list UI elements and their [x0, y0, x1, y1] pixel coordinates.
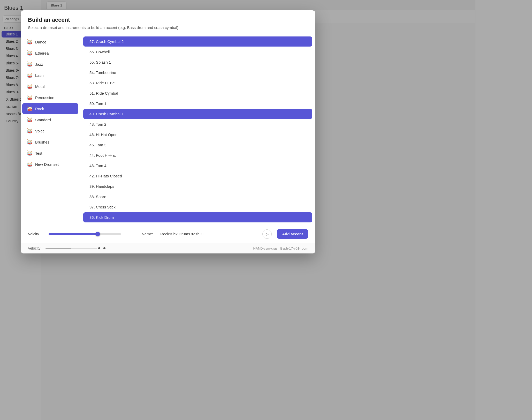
instrument-item-45[interactable]: 45. Tom 3 — [83, 140, 312, 150]
bottom-slider-node2 — [103, 247, 105, 249]
drumset-item-voice[interactable]: 🥁 Voice — [22, 125, 78, 136]
drumset-item-rock[interactable]: 🥁 Rock — [22, 103, 78, 114]
dialog-subtitle: Select a drumset and instruments to buil… — [28, 25, 308, 30]
instrument-item-57[interactable]: 57. Crash Cymbal 2 — [83, 36, 312, 47]
bottom-slider-node — [98, 247, 100, 249]
drumset-label: Latin — [35, 73, 44, 78]
drumset-list: 🥁 Dance 🥁 Ethereal 🥁 Jazz 🥁 Latin 🥁 — [21, 34, 80, 225]
drum-icon: 🥁 — [27, 50, 33, 56]
drumset-item-standard[interactable]: 🥁 Standard — [22, 114, 78, 125]
drumset-label: Jazz — [35, 62, 43, 66]
instrument-item-48[interactable]: 48. Tom 2 — [83, 119, 312, 129]
instrument-item-43[interactable]: 43. Tom 4 — [83, 161, 312, 171]
drumset-item-latin[interactable]: 🥁 Latin — [22, 70, 78, 81]
instrument-item-38[interactable]: 38. Snare — [83, 192, 312, 202]
drumset-label: Voice — [35, 129, 45, 133]
instrument-item-44[interactable]: 44. Foot Hi-Hat — [83, 150, 312, 160]
drumset-item-test[interactable]: 🥁 Test — [22, 148, 78, 159]
velocity-thumb — [95, 232, 100, 236]
drum-icon: 🥁 — [27, 84, 33, 89]
drumset-label: Brushes — [35, 140, 49, 144]
instrument-item-39[interactable]: 39. Handclaps — [83, 181, 312, 191]
drumset-label: Metal — [35, 84, 45, 89]
drumset-label: Test — [35, 151, 42, 155]
dialog-bottom-bar: Velocity HAND-cym-crash Bsph-17-v01-room — [21, 243, 315, 253]
drumset-label: Ethereal — [35, 51, 50, 55]
instrument-item-42[interactable]: 42. Hi-Hats Closed — [83, 171, 312, 181]
play-icon: ▷ — [266, 232, 269, 236]
velocity-slider[interactable] — [49, 233, 121, 235]
play-button[interactable]: ▷ — [262, 229, 272, 239]
drum-icon: 🥁 — [27, 95, 33, 100]
drum-icon: 🥁 — [27, 106, 33, 111]
drumset-item-new[interactable]: 🥁 New Drumset — [22, 159, 78, 170]
instrument-item-50[interactable]: 50. Tom 1 — [83, 99, 312, 109]
drumset-item-metal[interactable]: 🥁 Metal — [22, 81, 78, 92]
instrument-list: 57. Crash Cymbal 2 56. Cowbell 55. Splas… — [80, 34, 315, 225]
drum-icon: 🥁 — [27, 61, 33, 67]
bottom-velocity-label: Velocity — [28, 246, 40, 250]
drum-icon: 🥁 — [27, 128, 33, 134]
dialog-footer: Velcity Name: Rock:Kick Drum:Crash C ▷ A… — [21, 225, 315, 243]
modal-overlay: Build an accent Select a drumset and ins… — [0, 0, 532, 420]
drumset-item-brushes[interactable]: 🥁 Brushes — [22, 137, 78, 147]
instrument-item-49[interactable]: 49. Crash Cymbal 1 — [83, 109, 312, 119]
drum-icon: 🥁 — [27, 117, 33, 123]
drumset-item-percussion[interactable]: 🥁 Percussion — [22, 92, 78, 103]
drumset-label: Standard — [35, 118, 51, 122]
drumset-label: Dance — [35, 40, 46, 44]
velocity-label: Velcity — [28, 232, 43, 236]
drumset-item-ethereal[interactable]: 🥁 Ethereal — [22, 48, 78, 58]
instrument-item-36[interactable]: 36. Kick Drum — [83, 212, 312, 222]
drumset-item-jazz[interactable]: 🥁 Jazz — [22, 59, 78, 70]
bottom-filename: HAND-cym-crash Bsph-17-v01-room — [253, 246, 308, 250]
drum-icon: 🥁 — [27, 139, 33, 145]
dialog-header: Build an accent Select a drumset and ins… — [21, 10, 315, 34]
instrument-item-46[interactable]: 46. Hi-Hat Open — [83, 130, 312, 140]
drumset-label: Percussion — [35, 95, 54, 100]
dialog-title: Build an accent — [28, 17, 308, 23]
drum-icon: 🥁 — [27, 150, 33, 156]
dialog: Build an accent Select a drumset and ins… — [21, 10, 315, 253]
instrument-item-51[interactable]: 51. Ride Cymbal — [83, 88, 312, 98]
instrument-item-55[interactable]: 55. Splash 1 — [83, 57, 312, 67]
instrument-item-54[interactable]: 54. Tambourine — [83, 68, 312, 78]
bottom-slider-track[interactable] — [45, 248, 97, 249]
add-accent-button[interactable]: Add accent — [277, 229, 308, 239]
dialog-body: 🥁 Dance 🥁 Ethereal 🥁 Jazz 🥁 Latin 🥁 — [21, 34, 315, 225]
drum-icon: 🥁 — [27, 161, 33, 167]
name-value: Rock:Kick Drum:Crash C — [160, 232, 203, 236]
drum-icon: 🥁 — [27, 39, 33, 45]
drum-icon: 🥁 — [27, 72, 33, 78]
instrument-item-56[interactable]: 56. Cowbell — [83, 47, 312, 57]
bottom-velocity-track — [45, 247, 248, 249]
instrument-item-37[interactable]: 37. Cross Stick — [83, 202, 312, 212]
drumset-item-dance[interactable]: 🥁 Dance — [22, 36, 78, 47]
name-label: Name: — [142, 232, 153, 236]
drumset-label: Rock — [35, 107, 44, 111]
instrument-item-53[interactable]: 53. Ride C. Bell — [83, 78, 312, 88]
drumset-label: New Drumset — [35, 162, 59, 167]
